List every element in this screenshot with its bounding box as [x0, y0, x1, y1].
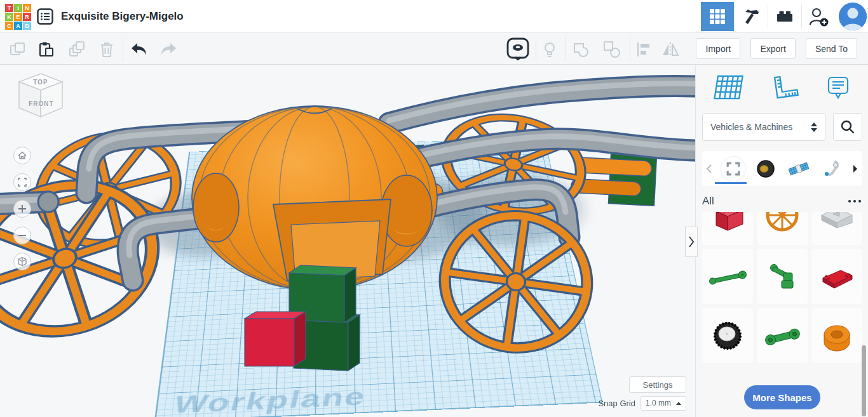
- brick-builder-button[interactable]: [768, 2, 801, 31]
- zoom-out-button[interactable]: [13, 227, 31, 244]
- carousel-prev-icon[interactable]: [706, 164, 712, 173]
- divider: [566, 37, 566, 61]
- workplane-tool-button[interactable]: [713, 72, 745, 106]
- align-button[interactable]: [634, 40, 653, 59]
- shape-wagon-wheel[interactable]: [757, 212, 808, 245]
- invite-collaborator-button[interactable]: [802, 2, 835, 31]
- fit-view-button[interactable]: [13, 173, 31, 191]
- chevron-right-icon: [688, 236, 695, 248]
- undo-button[interactable]: [130, 40, 149, 59]
- snap-grid-select[interactable]: 1.0 mm: [641, 396, 686, 411]
- shape-red-plate[interactable]: [811, 249, 862, 304]
- logo-tile: C: [5, 22, 13, 30]
- pumpkin-carriage-model[interactable]: [0, 65, 695, 417]
- delete-button[interactable]: [97, 40, 116, 59]
- shape-silver-plate[interactable]: [811, 212, 862, 245]
- shape-category-dropdown[interactable]: Vehicles & Machines: [702, 113, 825, 141]
- perspective-toggle-button[interactable]: [13, 253, 31, 270]
- search-shapes-button[interactable]: [833, 113, 862, 141]
- toggle-visibility-button[interactable]: [506, 37, 529, 60]
- shape-black-tire[interactable]: [702, 308, 753, 363]
- shape-green-rod[interactable]: [702, 249, 753, 304]
- view-cube-front-label[interactable]: FRONT: [29, 100, 53, 107]
- document-title[interactable]: Exquisite Bigery-Migelo: [61, 10, 184, 23]
- group-button[interactable]: [572, 40, 591, 59]
- shape-red-brick[interactable]: [702, 212, 753, 245]
- avatar[interactable]: [839, 3, 867, 30]
- minus-icon: [17, 230, 27, 241]
- shape-category-value: Vehicles & Machines: [710, 122, 792, 132]
- plus-icon: [17, 204, 27, 214]
- logo-tile: A: [14, 22, 22, 30]
- zoom-in-button[interactable]: [13, 200, 31, 218]
- design-menu-icon[interactable]: [36, 8, 54, 25]
- divider: [536, 37, 536, 61]
- logo-tile: K: [5, 13, 13, 21]
- minecraft-export-button[interactable]: [735, 2, 768, 31]
- cube-icon: [17, 256, 27, 267]
- carousel-item-rover-arm[interactable]: [819, 157, 843, 181]
- more-options-icon[interactable]: [847, 196, 862, 206]
- view-cube-top-label[interactable]: TOP: [33, 79, 48, 86]
- shape-orange-ring[interactable]: [811, 308, 862, 363]
- show-all-button[interactable]: [540, 40, 559, 59]
- notes-tool-button[interactable]: [824, 74, 851, 104]
- blocks-grid-icon: [709, 8, 726, 25]
- red-block[interactable]: [245, 312, 306, 366]
- shapes-panel: Vehicles & Machines All: [695, 65, 868, 417]
- snap-grid-value: 1.0 mm: [646, 399, 671, 407]
- logo-tile: N: [23, 4, 31, 12]
- settings-button[interactable]: Settings: [629, 376, 686, 393]
- ungroup-button[interactable]: [602, 40, 621, 59]
- redo-button[interactable]: [159, 40, 178, 59]
- panel-scrollbar[interactable]: [862, 345, 866, 416]
- edit-toolbar: Import Export Send To: [0, 33, 868, 65]
- logo-tile: E: [14, 13, 22, 21]
- carousel-item-tire[interactable]: [754, 157, 778, 181]
- brick-icon: [775, 7, 794, 26]
- ruler-tool-button[interactable]: [770, 73, 799, 105]
- copy-button[interactable]: [8, 40, 27, 59]
- home-icon: [17, 150, 27, 161]
- mirror-button[interactable]: [661, 40, 680, 59]
- up-down-arrows-icon: [811, 122, 817, 132]
- shape-grid: [702, 212, 862, 363]
- duplicate-button[interactable]: [68, 40, 87, 59]
- carousel-selected-underline: [715, 182, 747, 184]
- pickaxe-icon: [742, 7, 761, 26]
- fit-view-icon: [17, 177, 27, 187]
- carousel-item-select-frame[interactable]: [721, 157, 745, 181]
- logo-tile: I: [14, 4, 22, 12]
- carousel-item-satellite[interactable]: [787, 157, 811, 181]
- export-button[interactable]: Export: [750, 38, 795, 59]
- panel-collapse-button[interactable]: [685, 227, 698, 257]
- app-header: T I N K E R C A D Exquisite Bigery-Migel…: [0, 0, 868, 33]
- add-person-icon: [808, 6, 829, 27]
- more-shapes-button[interactable]: More Shapes: [744, 385, 820, 409]
- divider: [123, 37, 123, 61]
- logo-tile: R: [23, 13, 31, 21]
- home-view-button[interactable]: [13, 147, 31, 164]
- logo-tile: D: [23, 22, 31, 30]
- section-label: All: [702, 195, 714, 208]
- logo-tile: T: [5, 4, 13, 12]
- category-carousel: [702, 151, 862, 186]
- divider: [630, 37, 630, 61]
- paste-button[interactable]: [36, 40, 55, 59]
- view-cube[interactable]: TOP FRONT: [15, 70, 66, 123]
- search-icon: [840, 119, 855, 135]
- shape-green-linkage[interactable]: [757, 308, 808, 363]
- pumpkin-body[interactable]: [192, 106, 437, 290]
- snap-grid-label: Snap Grid: [598, 399, 635, 408]
- blocks-view-button[interactable]: [701, 2, 734, 31]
- 3d-viewport[interactable]: Workplane: [0, 65, 695, 417]
- import-button[interactable]: Import: [696, 38, 740, 59]
- dropdown-up-icon: [676, 402, 681, 405]
- send-to-button[interactable]: Send To: [806, 38, 857, 59]
- shape-green-crank-arm[interactable]: [757, 249, 808, 304]
- carousel-next-icon[interactable]: [852, 164, 858, 173]
- tinkercad-logo[interactable]: T I N K E R C A D: [5, 4, 31, 30]
